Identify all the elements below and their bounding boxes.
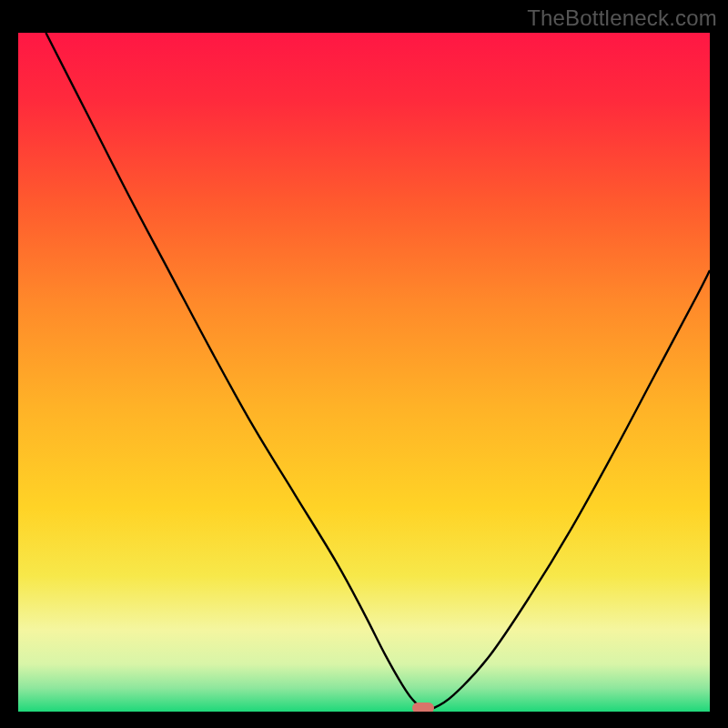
watermark-text: TheBottleneck.com (527, 5, 717, 31)
curve-path (46, 33, 710, 710)
optimum-marker (412, 703, 434, 712)
bottleneck-curve (18, 33, 710, 712)
plot-area (18, 33, 710, 712)
chart-frame: TheBottleneck.com (0, 0, 728, 728)
